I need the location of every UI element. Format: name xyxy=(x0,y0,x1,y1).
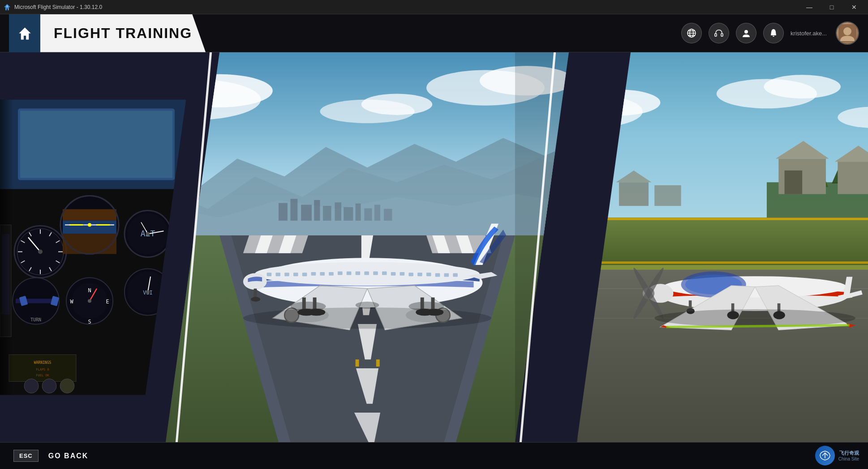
small-aircraft-svg xyxy=(577,52,868,442)
watermark-text-1: 飞行奇观 xyxy=(838,450,859,456)
svg-rect-168 xyxy=(356,359,359,367)
svg-rect-102 xyxy=(374,205,380,221)
svg-point-63 xyxy=(146,290,150,294)
svg-rect-196 xyxy=(577,261,868,264)
svg-rect-81 xyxy=(0,100,13,395)
svg-rect-124 xyxy=(284,273,289,276)
svg-marker-226 xyxy=(577,265,579,277)
svg-rect-129 xyxy=(329,272,334,276)
svg-point-89 xyxy=(361,94,432,115)
svg-rect-34 xyxy=(63,234,116,254)
globe-button[interactable] xyxy=(681,23,702,43)
globe-icon xyxy=(687,28,696,38)
svg-point-166 xyxy=(251,297,260,302)
svg-rect-65 xyxy=(176,198,191,221)
svg-rect-188 xyxy=(785,171,803,194)
nav-title-area: FLIGHT TRAINING xyxy=(40,14,206,52)
watermark-text-2: China Site xyxy=(838,456,859,461)
maximize-button[interactable]: □ xyxy=(821,0,842,14)
svg-rect-130 xyxy=(338,272,343,275)
window-chrome: Microsoft Flight Simulator - 1.30.12.0 —… xyxy=(0,0,868,14)
svg-rect-93 xyxy=(279,203,288,221)
svg-text:113.8: 113.8 xyxy=(179,213,188,216)
esc-key-label: ESC xyxy=(13,450,39,462)
avatar-svg xyxy=(838,24,856,42)
svg-point-76 xyxy=(24,379,39,393)
close-button[interactable]: ✕ xyxy=(844,0,864,14)
svg-point-153 xyxy=(243,273,267,290)
app-icon xyxy=(4,4,11,11)
svg-text:N: N xyxy=(88,287,91,294)
svg-rect-138 xyxy=(408,273,413,276)
profile-button[interactable] xyxy=(736,23,756,43)
main-content-area: ALT TURN N E S W xyxy=(0,52,868,442)
svg-rect-142 xyxy=(444,273,449,277)
svg-point-77 xyxy=(42,379,56,393)
svg-rect-6 xyxy=(715,34,717,36)
nav-left-section: FLIGHT TRAINING xyxy=(9,14,206,52)
svg-rect-131 xyxy=(347,272,352,275)
svg-rect-169 xyxy=(376,359,380,367)
svg-text:111.2: 111.2 xyxy=(179,231,188,235)
svg-rect-122 xyxy=(267,273,272,276)
watermark-area: 飞行奇观 China Site xyxy=(815,446,859,465)
svg-rect-97 xyxy=(323,206,331,221)
svg-text:E: E xyxy=(106,298,109,305)
svg-marker-227 xyxy=(593,264,597,275)
svg-text:TURN: TURN xyxy=(30,317,41,322)
svg-rect-32 xyxy=(63,221,116,234)
svg-rect-193 xyxy=(654,185,681,206)
watermark-logo xyxy=(815,446,835,465)
runway-svg xyxy=(166,52,569,442)
svg-rect-133 xyxy=(364,272,369,275)
svg-rect-99 xyxy=(344,207,353,221)
svg-rect-136 xyxy=(391,272,396,276)
notifications-button[interactable] xyxy=(763,23,784,43)
headset-button[interactable] xyxy=(709,23,729,43)
user-avatar[interactable] xyxy=(836,21,859,45)
svg-rect-123 xyxy=(275,273,280,276)
svg-rect-95 xyxy=(301,205,312,221)
avatar-image xyxy=(837,22,858,44)
svg-point-58 xyxy=(88,299,91,303)
window-controls[interactable]: — □ ✕ xyxy=(799,0,864,14)
svg-rect-127 xyxy=(311,272,316,276)
svg-rect-14 xyxy=(20,111,172,178)
svg-rect-132 xyxy=(356,272,361,275)
svg-rect-100 xyxy=(356,204,361,221)
svg-rect-170 xyxy=(515,52,569,442)
svg-rect-96 xyxy=(314,200,320,221)
home-icon xyxy=(17,26,33,41)
svg-rect-7 xyxy=(721,34,723,36)
minimize-button[interactable]: — xyxy=(799,0,820,14)
svg-text:FUEL OK: FUEL OK xyxy=(36,374,49,377)
window-title-text: Microsoft Flight Simulator - 1.30.12.0 xyxy=(14,4,102,10)
username-label: kristofer.ake... xyxy=(791,30,827,37)
svg-rect-189 xyxy=(838,162,868,194)
site-watermark: 飞行奇观 China Site xyxy=(838,450,859,461)
svg-text:126.9: 126.9 xyxy=(178,206,189,210)
svg-point-173 xyxy=(578,90,661,115)
svg-rect-134 xyxy=(373,272,378,275)
home-button[interactable] xyxy=(9,14,40,52)
cockpit-panel: ALT TURN N E S W xyxy=(0,52,193,442)
svg-text:115.0: 115.0 xyxy=(180,245,188,248)
headset-icon xyxy=(714,28,724,38)
svg-text:112.8: 112.8 xyxy=(179,238,188,242)
page-title: FLIGHT TRAINING xyxy=(54,25,192,42)
svg-rect-101 xyxy=(364,208,372,221)
svg-text:FLAPS 0: FLAPS 0 xyxy=(36,368,49,371)
svg-rect-98 xyxy=(335,202,341,221)
svg-rect-128 xyxy=(320,272,325,276)
svg-point-45 xyxy=(146,232,150,236)
bell-icon xyxy=(769,28,778,38)
svg-rect-228 xyxy=(577,52,578,442)
svg-marker-114 xyxy=(243,235,308,253)
cockpit-background: ALT TURN N E S W xyxy=(0,52,193,442)
svg-rect-140 xyxy=(426,273,431,276)
svg-point-38 xyxy=(88,223,91,227)
bottom-bar: ESC GO BACK 飞行奇观 China Site xyxy=(0,442,868,469)
logo-icon xyxy=(819,449,831,462)
small-aircraft-background xyxy=(577,52,868,442)
cockpit-svg: ALT TURN N E S W xyxy=(0,52,193,442)
